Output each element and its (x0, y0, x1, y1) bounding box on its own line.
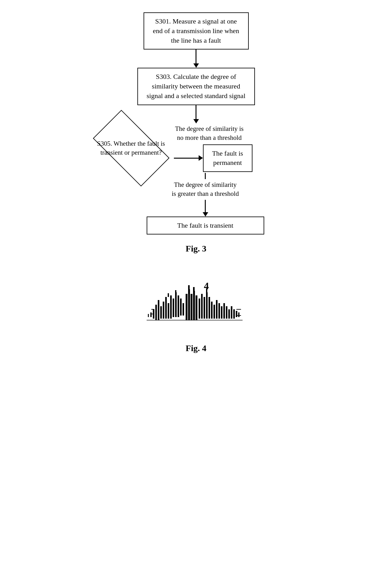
s303-box: S303. Calculate the degree of similarity… (137, 68, 255, 105)
svg-rect-42 (193, 287, 195, 291)
fig3-label: Fig. 3 (186, 244, 206, 254)
svg-rect-5 (163, 302, 164, 319)
svg-rect-23 (204, 297, 205, 319)
svg-rect-43 (206, 288, 207, 293)
svg-rect-35 (233, 309, 235, 319)
svg-rect-15 (148, 314, 149, 317)
right-arrow-container: The fault is permanent (174, 144, 252, 172)
svg-rect-26 (211, 302, 213, 319)
diagram-container: S301. Measure a signal at one end of a t… (57, 12, 335, 254)
fig4-label: Fig. 4 (186, 343, 206, 353)
right-branch: The degree of similarity is no more than… (174, 124, 252, 172)
svg-rect-10 (175, 292, 177, 317)
svg-rect-36 (236, 311, 237, 317)
s305-diamond: S305. Whether the fault is transient or … (88, 123, 174, 173)
svg-rect-25 (209, 297, 210, 319)
transient-box: The fault is transient (147, 217, 264, 235)
arrow-s301-to-s303 (196, 49, 196, 63)
permanent-box: The fault is permanent (203, 144, 252, 172)
svg-rect-12 (180, 299, 182, 316)
waveform-svg: 4 (144, 278, 249, 334)
arrow-s303-to-s305 (196, 105, 196, 119)
s301-box: S301. Measure a signal at one end of a t… (144, 12, 249, 49)
svg-rect-20 (196, 295, 197, 320)
s305-label: S305. Whether the fault is transient or … (97, 139, 165, 157)
down-line-1 (205, 173, 206, 179)
svg-rect-32 (226, 306, 227, 319)
right-arrow-line (174, 158, 199, 159)
svg-rect-37 (238, 312, 239, 317)
svg-rect-24 (206, 292, 208, 319)
flowchart: S301. Measure a signal at one end of a t… (69, 12, 323, 234)
fig4-container: 4 (144, 278, 249, 353)
svg-rect-22 (201, 294, 203, 319)
svg-rect-30 (221, 306, 222, 319)
s303-label: S303. Calculate the degree of similarity… (147, 73, 246, 100)
diamond-section: S305. Whether the fault is transient or … (88, 123, 174, 173)
svg-rect-27 (213, 305, 215, 319)
svg-rect-2 (155, 305, 157, 320)
svg-rect-19 (193, 291, 195, 320)
svg-rect-21 (199, 299, 200, 319)
svg-rect-3 (158, 300, 159, 320)
svg-rect-40 (175, 290, 176, 293)
diamond-row: S305. Whether the fault is transient or … (69, 123, 323, 173)
svg-rect-41 (188, 285, 190, 290)
svg-rect-7 (168, 303, 169, 319)
svg-rect-17 (188, 289, 190, 320)
svg-rect-4 (160, 306, 162, 319)
arrowhead-2 (193, 119, 199, 123)
s303-section: S303. Calculate the degree of similarity… (137, 68, 255, 119)
svg-rect-29 (218, 303, 220, 319)
svg-rect-31 (223, 303, 225, 319)
arrowhead-3 (203, 212, 208, 217)
svg-rect-33 (228, 309, 230, 319)
arrow-to-transient (205, 200, 206, 212)
down-branch: The degree of similarity is greater than… (147, 173, 264, 235)
svg-rect-13 (183, 303, 184, 316)
right-branch-label: The degree of similarity is no more than… (174, 124, 245, 143)
svg-rect-18 (191, 294, 192, 320)
svg-rect-16 (186, 294, 187, 320)
svg-rect-8 (170, 295, 172, 319)
down-branch-label: The degree of similarity is greater than… (171, 180, 239, 199)
svg-rect-34 (231, 306, 232, 319)
svg-rect-39 (168, 293, 169, 297)
svg-rect-14 (150, 312, 152, 317)
s301-section: S301. Measure a signal at one end of a t… (144, 12, 249, 63)
s301-label: S301. Measure a signal at one end of a t… (153, 17, 239, 44)
svg-rect-11 (178, 295, 179, 317)
svg-rect-9 (173, 299, 174, 317)
arrowhead-1 (193, 63, 199, 68)
right-arrowhead (199, 155, 203, 161)
svg-rect-28 (216, 300, 218, 319)
svg-rect-6 (165, 297, 167, 319)
